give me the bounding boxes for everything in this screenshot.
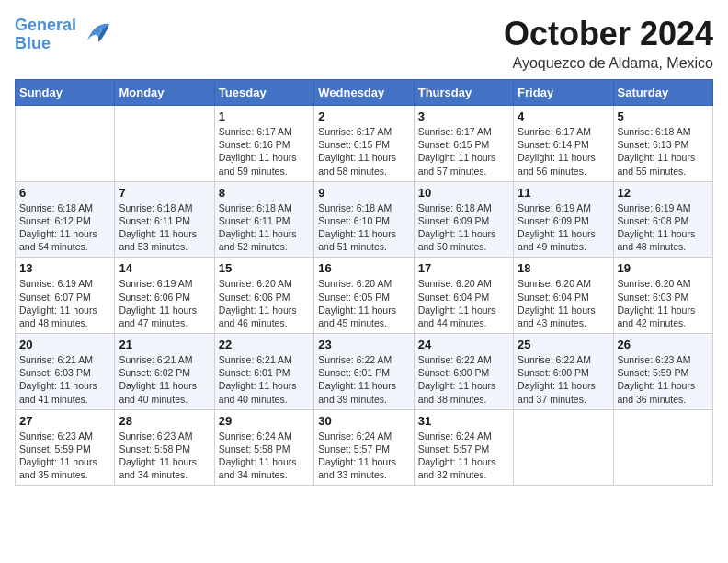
day-info: Sunrise: 6:19 AMSunset: 6:07 PMDaylight:…	[19, 277, 110, 329]
day-of-week-header: Sunday	[16, 80, 115, 106]
day-number: 29	[219, 414, 310, 428]
calendar-cell: 8Sunrise: 6:18 AMSunset: 6:11 PMDaylight…	[214, 181, 313, 258]
day-number: 15	[219, 261, 310, 275]
day-info: Sunrise: 6:17 AMSunset: 6:15 PMDaylight:…	[418, 125, 509, 178]
logo: General Blue	[15, 15, 115, 54]
day-info: Sunrise: 6:20 AMSunset: 6:03 PMDaylight:…	[618, 277, 709, 329]
page-header: General Blue October 2024 Ayoquezco de A…	[15, 15, 713, 72]
day-number: 12	[618, 186, 709, 200]
calendar-week-row: 20Sunrise: 6:21 AMSunset: 6:03 PMDayligh…	[16, 334, 713, 410]
day-info: Sunrise: 6:19 AMSunset: 6:06 PMDaylight:…	[119, 277, 210, 329]
calendar-cell: 19Sunrise: 6:20 AMSunset: 6:03 PMDayligh…	[613, 258, 712, 334]
location-title: Ayoquezco de Aldama, Mexico	[504, 55, 713, 72]
day-number: 9	[318, 186, 409, 200]
calendar-cell: 13Sunrise: 6:19 AMSunset: 6:07 PMDayligh…	[16, 258, 115, 334]
day-info: Sunrise: 6:19 AMSunset: 6:09 PMDaylight:…	[518, 201, 609, 254]
day-number: 4	[518, 109, 609, 123]
day-info: Sunrise: 6:19 AMSunset: 6:08 PMDaylight:…	[618, 201, 709, 254]
day-info: Sunrise: 6:21 AMSunset: 6:03 PMDaylight:…	[19, 353, 110, 406]
day-number: 5	[618, 109, 709, 123]
calendar-cell: 21Sunrise: 6:21 AMSunset: 6:02 PMDayligh…	[115, 334, 214, 410]
logo-line1: General	[15, 17, 76, 35]
day-number: 1	[219, 109, 310, 123]
day-info: Sunrise: 6:21 AMSunset: 6:01 PMDaylight:…	[219, 353, 310, 406]
day-info: Sunrise: 6:23 AMSunset: 5:59 PMDaylight:…	[19, 430, 110, 482]
calendar-cell	[16, 106, 115, 182]
day-info: Sunrise: 6:17 AMSunset: 6:14 PMDaylight:…	[518, 125, 609, 178]
day-info: Sunrise: 6:23 AMSunset: 5:59 PMDaylight:…	[618, 353, 709, 406]
day-number: 11	[518, 186, 609, 200]
day-info: Sunrise: 6:17 AMSunset: 6:16 PMDaylight:…	[219, 125, 310, 178]
day-number: 13	[19, 261, 110, 275]
day-number: 7	[119, 186, 210, 200]
day-of-week-header: Friday	[514, 80, 613, 106]
day-number: 20	[19, 338, 110, 351]
calendar-cell: 3Sunrise: 6:17 AMSunset: 6:15 PMDaylight…	[414, 106, 513, 182]
day-number: 26	[618, 338, 709, 351]
calendar-cell: 26Sunrise: 6:23 AMSunset: 5:59 PMDayligh…	[613, 334, 712, 410]
calendar-cell: 25Sunrise: 6:22 AMSunset: 6:00 PMDayligh…	[514, 334, 613, 410]
day-info: Sunrise: 6:22 AMSunset: 6:01 PMDaylight:…	[318, 353, 409, 406]
title-block: October 2024 Ayoquezco de Aldama, Mexico	[504, 15, 713, 72]
logo-line2: Blue	[15, 35, 76, 53]
calendar-header: SundayMondayTuesdayWednesdayThursdayFrid…	[16, 80, 713, 106]
calendar-cell	[514, 409, 613, 486]
day-number: 10	[418, 186, 509, 200]
day-number: 14	[119, 261, 210, 275]
day-info: Sunrise: 6:24 AMSunset: 5:57 PMDaylight:…	[318, 430, 409, 482]
day-info: Sunrise: 6:18 AMSunset: 6:10 PMDaylight:…	[318, 201, 409, 254]
day-number: 31	[418, 414, 509, 428]
calendar-week-row: 13Sunrise: 6:19 AMSunset: 6:07 PMDayligh…	[16, 258, 713, 334]
calendar-week-row: 27Sunrise: 6:23 AMSunset: 5:59 PMDayligh…	[16, 409, 713, 486]
day-info: Sunrise: 6:20 AMSunset: 6:06 PMDaylight:…	[219, 277, 310, 329]
day-info: Sunrise: 6:18 AMSunset: 6:12 PMDaylight:…	[19, 201, 110, 254]
calendar-week-row: 6Sunrise: 6:18 AMSunset: 6:12 PMDaylight…	[16, 181, 713, 258]
day-number: 28	[119, 414, 210, 428]
day-info: Sunrise: 6:20 AMSunset: 6:04 PMDaylight:…	[418, 277, 509, 329]
logo-bird-icon	[82, 15, 115, 54]
calendar-cell: 4Sunrise: 6:17 AMSunset: 6:14 PMDaylight…	[514, 106, 613, 182]
day-number: 19	[618, 261, 709, 275]
month-title: October 2024	[504, 15, 713, 53]
day-info: Sunrise: 6:22 AMSunset: 6:00 PMDaylight:…	[418, 353, 509, 406]
day-info: Sunrise: 6:18 AMSunset: 6:11 PMDaylight:…	[219, 201, 310, 254]
day-info: Sunrise: 6:20 AMSunset: 6:04 PMDaylight:…	[518, 277, 609, 329]
day-info: Sunrise: 6:23 AMSunset: 5:58 PMDaylight:…	[119, 430, 210, 482]
calendar-week-row: 1Sunrise: 6:17 AMSunset: 6:16 PMDaylight…	[16, 106, 713, 182]
day-info: Sunrise: 6:24 AMSunset: 5:57 PMDaylight:…	[418, 430, 509, 482]
day-info: Sunrise: 6:21 AMSunset: 6:02 PMDaylight:…	[119, 353, 210, 406]
calendar-cell: 15Sunrise: 6:20 AMSunset: 6:06 PMDayligh…	[214, 258, 313, 334]
day-of-week-header: Wednesday	[314, 80, 414, 106]
calendar-cell: 14Sunrise: 6:19 AMSunset: 6:06 PMDayligh…	[115, 258, 214, 334]
day-info: Sunrise: 6:18 AMSunset: 6:11 PMDaylight:…	[119, 201, 210, 254]
day-number: 24	[418, 338, 509, 351]
calendar-cell: 2Sunrise: 6:17 AMSunset: 6:15 PMDaylight…	[314, 106, 414, 182]
day-info: Sunrise: 6:18 AMSunset: 6:09 PMDaylight:…	[418, 201, 509, 254]
day-of-week-header: Saturday	[613, 80, 712, 106]
day-number: 18	[518, 261, 609, 275]
calendar-cell: 27Sunrise: 6:23 AMSunset: 5:59 PMDayligh…	[16, 409, 115, 486]
calendar-table: SundayMondayTuesdayWednesdayThursdayFrid…	[15, 79, 713, 486]
day-of-week-header: Thursday	[414, 80, 513, 106]
day-info: Sunrise: 6:22 AMSunset: 6:00 PMDaylight:…	[518, 353, 609, 406]
calendar-cell: 1Sunrise: 6:17 AMSunset: 6:16 PMDaylight…	[214, 106, 313, 182]
calendar-cell: 24Sunrise: 6:22 AMSunset: 6:00 PMDayligh…	[414, 334, 513, 410]
calendar-cell: 18Sunrise: 6:20 AMSunset: 6:04 PMDayligh…	[514, 258, 613, 334]
day-of-week-header: Tuesday	[214, 80, 313, 106]
calendar-cell: 28Sunrise: 6:23 AMSunset: 5:58 PMDayligh…	[115, 409, 214, 486]
calendar-cell: 5Sunrise: 6:18 AMSunset: 6:13 PMDaylight…	[613, 106, 712, 182]
calendar-cell: 29Sunrise: 6:24 AMSunset: 5:58 PMDayligh…	[214, 409, 313, 486]
calendar-cell: 7Sunrise: 6:18 AMSunset: 6:11 PMDaylight…	[115, 181, 214, 258]
day-number: 25	[518, 338, 609, 351]
calendar-cell: 17Sunrise: 6:20 AMSunset: 6:04 PMDayligh…	[414, 258, 513, 334]
calendar-cell: 11Sunrise: 6:19 AMSunset: 6:09 PMDayligh…	[514, 181, 613, 258]
day-number: 17	[418, 261, 509, 275]
day-info: Sunrise: 6:17 AMSunset: 6:15 PMDaylight:…	[318, 125, 409, 178]
calendar-cell: 31Sunrise: 6:24 AMSunset: 5:57 PMDayligh…	[414, 409, 513, 486]
day-info: Sunrise: 6:24 AMSunset: 5:58 PMDaylight:…	[219, 430, 310, 482]
calendar-cell: 9Sunrise: 6:18 AMSunset: 6:10 PMDaylight…	[314, 181, 414, 258]
calendar-cell: 10Sunrise: 6:18 AMSunset: 6:09 PMDayligh…	[414, 181, 513, 258]
calendar-cell: 22Sunrise: 6:21 AMSunset: 6:01 PMDayligh…	[214, 334, 313, 410]
calendar-cell: 12Sunrise: 6:19 AMSunset: 6:08 PMDayligh…	[613, 181, 712, 258]
calendar-cell	[115, 106, 214, 182]
